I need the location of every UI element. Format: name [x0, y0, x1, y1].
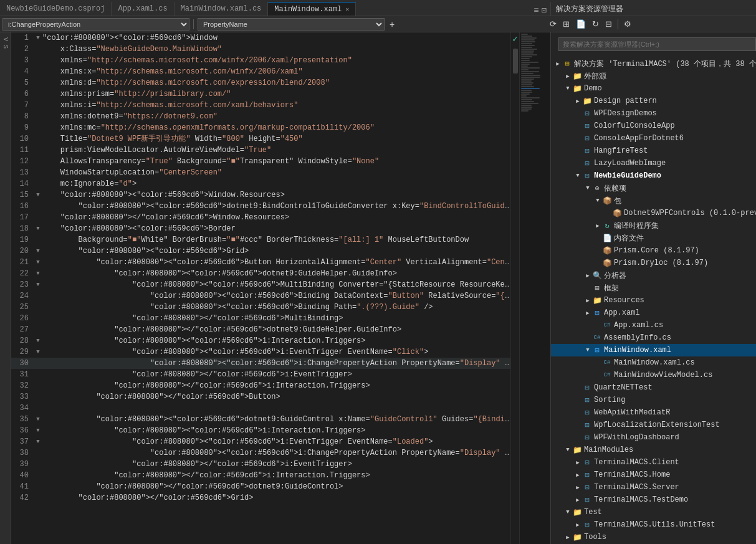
tree-arrow-icon[interactable]: ▼ — [593, 198, 602, 204]
tree-item[interactable]: 📄内容文件 — [551, 232, 756, 244]
tree-item[interactable]: ▶⊡App.xaml — [551, 307, 756, 319]
tree-item[interactable]: ▼📦包 — [551, 194, 756, 207]
show-all-files-button[interactable]: 📄 — [574, 19, 588, 29]
solution-search-input[interactable] — [558, 37, 756, 51]
tree-arrow-icon[interactable]: ▶ — [573, 484, 582, 491]
tree-arrow-icon[interactable]: ▶ — [563, 73, 572, 80]
tree-item[interactable]: ⊡ColorfulConsoleApp — [551, 120, 756, 132]
expand-collapse-icon[interactable]: ▼ — [34, 32, 42, 44]
refresh-button[interactable]: ↻ — [590, 19, 601, 29]
scroll-track[interactable] — [511, 45, 519, 544]
expand-collapse-icon[interactable]: ▼ — [34, 425, 42, 436]
tree-arrow-icon[interactable]: ▼ — [573, 173, 582, 179]
tree-arrow-icon[interactable]: ▼ — [563, 509, 572, 515]
tree-arrow-icon[interactable]: ▶ — [583, 310, 592, 317]
settings-button[interactable]: ⚙ — [622, 19, 633, 29]
tree-arrow-icon[interactable]: ▶ — [573, 98, 582, 105]
tree-arrow-icon[interactable]: ▼ — [563, 447, 572, 453]
vertical-tab[interactable]: V S — [2, 35, 9, 51]
tree-item[interactable]: ⊡WPFWithLogDashboard — [551, 431, 756, 444]
tree-item[interactable]: ▼📁Demo — [551, 82, 756, 95]
tab-newbieguidedemo[interactable]: NewbieGuideDemo.csproj — [0, 2, 112, 16]
tree-item[interactable]: ⊡Sorting — [551, 394, 756, 406]
tree-arrow-icon[interactable]: ▶ — [583, 297, 592, 304]
tree-item[interactable]: ▶⊞解决方案 'TerminalMACS' (38 个项目，共 38 个) — [551, 57, 756, 70]
tree-arrow-icon[interactable]: ▶ — [573, 497, 582, 503]
tree-item[interactable]: ▶⊡TerminalMACS.Server — [551, 481, 756, 494]
tab-mainwindowxaml[interactable]: MainWindow.xaml ✕ — [268, 2, 356, 16]
tree-item[interactable]: ⊡WpfLocalizationExtensionTest — [551, 419, 756, 431]
tree-item[interactable]: ▶📁Design pattern — [551, 95, 756, 107]
tree-node-label: TerminalMACS.Server — [594, 483, 679, 492]
tree-arrow-icon[interactable]: ▶ — [573, 459, 582, 466]
expand-collapse-icon[interactable]: ▼ — [34, 246, 42, 257]
tree-item[interactable]: ▶📁Tools — [551, 531, 756, 543]
expand-collapse-icon[interactable]: ▼ — [34, 257, 42, 268]
tree-item[interactable]: ▼📁Test — [551, 506, 756, 518]
tree-item[interactable]: 📦Dotnet9WPFControls (0.1.0-preview... — [551, 207, 756, 219]
minimap-line — [521, 34, 528, 35]
properties-button[interactable]: ⊞ — [561, 19, 572, 29]
tree-item[interactable]: ▶📁外部源 — [551, 70, 756, 82]
tree-arrow-icon[interactable]: ▶ — [593, 222, 602, 229]
tree-item[interactable]: C#MainWindow.xaml.cs — [551, 356, 756, 369]
tree-item[interactable]: ⊡QuartzNETTest — [551, 381, 756, 394]
close-icon[interactable]: ✕ — [345, 6, 349, 13]
tree-item[interactable]: 📦Prism.Core (8.1.97) — [551, 244, 756, 257]
tree-arrow-icon[interactable]: ▶ — [583, 272, 592, 279]
search-area — [551, 32, 756, 56]
tree-item[interactable]: 📦Prism.Dryloc (8.1.97) — [551, 257, 756, 269]
tree-arrow-icon[interactable]: ▶ — [573, 472, 582, 479]
tree-item[interactable]: ▶⊡TerminalMACS.Utils.UnitTest — [551, 518, 756, 531]
tree-item[interactable]: ▶⊡TerminalMACS.Client — [551, 456, 756, 469]
tree-item[interactable]: ⊞框架 — [551, 282, 756, 294]
sync-button[interactable]: ⟳ — [548, 19, 558, 29]
tree-arrow-icon[interactable]: ▶ — [553, 60, 562, 67]
tree-item[interactable]: ⊡ConsoleAppForDotnet6 — [551, 132, 756, 145]
tree-item[interactable]: C#App.xaml.cs — [551, 319, 756, 332]
tree-item[interactable]: ▶🔍分析器 — [551, 269, 756, 282]
tree-item[interactable]: ▶⊡TerminalMACS.Home — [551, 469, 756, 481]
expand-collapse-icon[interactable]: ▼ — [34, 414, 42, 425]
expand-collapse-icon[interactable]: ▼ — [34, 268, 42, 279]
left-selector[interactable]: i:ChangePropertyAction — [2, 18, 189, 31]
tree-item[interactable]: ▼📁MainModules — [551, 444, 756, 456]
tree-arrow-icon[interactable]: ▼ — [563, 85, 572, 92]
expand-collapse-icon[interactable]: ▼ — [34, 279, 42, 290]
minimap-line — [521, 71, 539, 72]
overflow-icon[interactable]: ≡ — [534, 6, 538, 16]
code-scroll[interactable]: 1▼"color:#808080"><"color:#569cd6">Windo… — [11, 32, 510, 544]
tree-item[interactable]: C#AssemblyInfo.cs — [551, 332, 756, 344]
scroll-thumb[interactable] — [513, 49, 518, 74]
right-selector[interactable]: PropertyName — [198, 18, 385, 31]
tree-item[interactable]: ⊡WPFDesignDemos — [551, 107, 756, 120]
tree-arrow-icon[interactable]: ▼ — [583, 347, 592, 353]
tree-item[interactable]: C#MainWindowViewModel.cs — [551, 369, 756, 381]
tree-item[interactable]: ▼⊡MainWindow.xaml — [551, 344, 756, 356]
tab-mainwindowxamlcs[interactable]: MainWindow.xaml.cs — [175, 2, 269, 16]
tab-appxamlcs[interactable]: App.xaml.cs — [112, 2, 174, 16]
tree-item[interactable]: ▼⊡NewbieGuideDemo — [551, 169, 756, 182]
tree-item[interactable]: ⊡HangfireTest — [551, 145, 756, 157]
pin-icon[interactable]: ⊡ — [542, 5, 547, 16]
tree-item[interactable]: ⊡WebApiWithMediatR — [551, 406, 756, 419]
expand-collapse-icon[interactable]: ▼ — [34, 223, 42, 234]
expand-collapse-icon[interactable]: ▼ — [34, 335, 42, 346]
tree-arrow-icon[interactable]: ▶ — [573, 522, 582, 528]
tree-item[interactable]: ▶↻编译时程序集 — [551, 219, 756, 232]
minimap-line — [521, 65, 528, 67]
expand-collapse-icon[interactable]: ▼ — [34, 346, 42, 358]
tree-arrow-icon[interactable]: ▼ — [583, 185, 592, 191]
tree-item[interactable]: ⊡LazyLoadWebImage — [551, 157, 756, 169]
minimap-line — [521, 99, 532, 100]
solution-tree[interactable]: ▶⊞解决方案 'TerminalMACS' (38 个项目，共 38 个)▶📁外… — [551, 56, 756, 544]
add-item-button[interactable]: + — [387, 18, 397, 31]
code-line-row: 21▼ "color:#808080"><"color:#569cd6">But… — [11, 257, 510, 268]
expand-collapse-icon[interactable]: ▼ — [34, 189, 42, 201]
tree-arrow-icon[interactable]: ▶ — [563, 534, 572, 541]
collapse-button[interactable]: ⊟ — [603, 19, 614, 29]
expand-collapse-icon[interactable]: ▼ — [34, 436, 42, 447]
tree-item[interactable]: ▶⊡TerminalMACS.TestDemo — [551, 494, 756, 506]
tree-item[interactable]: ▶📁Resources — [551, 294, 756, 307]
tree-item[interactable]: ▼⊙依赖项 — [551, 182, 756, 194]
